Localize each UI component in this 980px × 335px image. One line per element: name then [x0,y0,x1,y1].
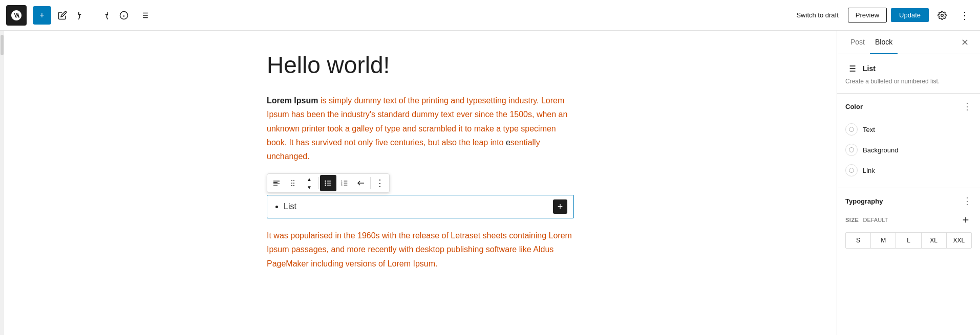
drag-handle-button[interactable] [285,175,301,191]
typography-section-more-button[interactable]: ⋮ [963,195,972,207]
block-info-section: List Create a bulleted or numbered list. [837,54,980,94]
toolbar-right: Switch to draft Preview Update ⋮ [791,6,974,25]
ordered-list-button[interactable]: 1 2 3 [336,175,353,191]
redo-button[interactable] [94,6,113,25]
edit-button[interactable] [53,6,72,25]
right-sidebar: Post Block ✕ List [837,31,980,335]
color-section-title: Color [845,103,863,110]
font-size-xxl-button[interactable]: XXL [947,233,971,248]
font-size-xl-button[interactable]: XL [922,233,947,248]
svg-point-9 [941,14,944,16]
svg-rect-11 [273,182,278,183]
typography-section-title: Typography [845,197,883,205]
sidebar-tabs: Post Block ✕ [837,31,980,54]
svg-point-19 [293,185,294,186]
list-item-1[interactable]: List [284,202,553,211]
info-icon [119,11,129,20]
editor-scrollbar[interactable] [0,31,4,335]
typography-section-header: Typography ⋮ [845,195,972,207]
size-adjust-icon [961,215,970,225]
ordered-list-icon: 1 2 3 [340,179,349,187]
tab-post[interactable]: Post [845,31,870,54]
color-section-header: Color ⋮ [845,101,972,112]
block-toolbar: ▲ ▼ [267,173,390,193]
toolbar-divider-2 [370,177,371,189]
svg-point-14 [291,180,292,181]
font-size-l-button[interactable]: L [896,233,921,248]
font-size-m-button[interactable]: M [871,233,896,248]
link-color-inner [849,168,854,173]
toolbar-divider-1 [318,177,319,189]
main-toolbar: + Switc [0,0,980,31]
list-block-icon [845,62,858,75]
editor-content: Hello world! Lorem Ipsum is simply dummy… [236,51,605,281]
paragraph-2[interactable]: It was popularised in the 1960s with the… [267,229,574,271]
link-color-circle [845,164,858,176]
drag-icon [289,179,297,187]
font-size-s-button[interactable]: S [846,233,871,248]
svg-point-22 [325,183,326,184]
font-size-row: SIZE DEFAULT [845,214,972,226]
more-options-button[interactable]: ⋮ [955,6,974,25]
text-color-label: Text [863,126,875,133]
list-view-button[interactable] [135,6,154,25]
paragraph-1[interactable]: Lorem Ipsum is simply dummy text of the … [267,94,574,163]
svg-text:3: 3 [341,184,343,186]
undo-button[interactable] [74,6,92,25]
wp-logo [6,5,27,26]
settings-button[interactable] [933,6,951,25]
wordpress-icon [10,9,23,21]
align-left-button[interactable] [268,175,285,191]
color-section-more-button[interactable]: ⋮ [963,101,972,112]
svg-rect-12 [273,184,280,184]
text-color-inner [849,127,854,132]
scrollbar-thumb [1,35,4,55]
sidebar-close-button[interactable]: ✕ [957,35,972,50]
background-color-label: Background [863,146,898,154]
list-add-button[interactable]: + [553,199,567,214]
more-block-options-button[interactable]: ⋮ [372,175,388,191]
svg-point-17 [293,183,294,184]
editor-area: Hello world! Lorem Ipsum is simply dummy… [4,31,837,335]
block-toolbar-container: ▲ ▼ [267,173,574,193]
outdent-button[interactable] [353,175,369,191]
size-adjust-button[interactable] [960,214,972,226]
settings-icon [938,11,947,20]
color-text-option[interactable]: Text [845,119,972,140]
redo-icon [99,11,108,20]
list-block-content[interactable]: List [273,202,553,211]
move-buttons: ▲ ▼ [301,175,317,191]
paragraph-1-bold: Lorem Ipsum [267,96,318,105]
move-up-button[interactable]: ▲ [301,175,317,183]
tab-block[interactable]: Block [870,31,898,54]
block-info-header: List [845,62,972,75]
switch-to-draft-button[interactable]: Switch to draft [791,8,843,22]
add-block-button[interactable]: + [33,6,51,25]
update-button[interactable]: Update [891,8,929,22]
main-layout: Hello world! Lorem Ipsum is simply dummy… [0,31,980,335]
svg-point-24 [325,185,326,186]
block-name-label: List [863,64,876,73]
size-controls [960,214,972,226]
outdent-icon [357,179,365,187]
text-color-circle [845,123,858,136]
color-section: Color ⋮ Text Background Link [837,94,980,188]
background-color-inner [849,147,854,152]
color-link-option[interactable]: Link [845,160,972,181]
unordered-list-button[interactable] [320,175,336,191]
color-background-option[interactable]: Background [845,140,972,160]
list-view-icon [140,11,149,20]
svg-point-18 [291,185,292,186]
unordered-list-icon [324,179,332,187]
svg-point-15 [293,180,294,181]
move-down-button[interactable]: ▼ [301,183,317,191]
background-color-circle [845,144,858,156]
list-block[interactable]: List + [267,195,574,218]
typography-section: Typography ⋮ SIZE DEFAULT S [837,188,980,256]
info-button[interactable] [115,6,133,25]
preview-button[interactable]: Preview [848,8,887,23]
undo-icon [78,11,88,20]
svg-point-20 [325,181,326,182]
size-label-group: SIZE DEFAULT [845,217,888,223]
post-title[interactable]: Hello world! [267,51,574,79]
